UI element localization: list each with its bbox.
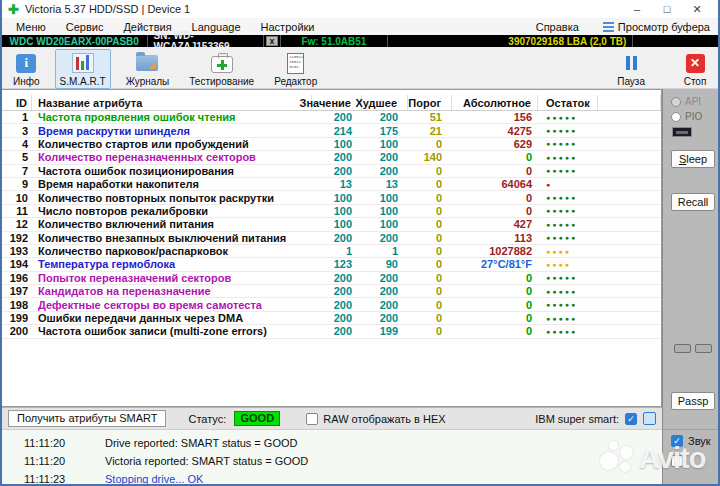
header-worst: Худшее [362,95,408,110]
table-row[interactable]: 1Частота проявления ошибок чтения2002005… [2,111,661,124]
pio-radio-circle[interactable] [671,112,681,122]
table-row[interactable]: 194Температура гермоблока12390027°C/81°F… [2,258,661,271]
ibm-extra-toggle[interactable] [643,412,656,425]
table-row[interactable]: 200Частота ошибок записи (multi-zone err… [2,325,661,338]
device-serial: SN: WD-WCAZAJ153369 [148,35,264,47]
table-row[interactable]: 198Дефектные секторы во время самотеста2… [2,298,661,311]
test-button[interactable]: Тестирование [184,49,259,89]
minimize-button[interactable]: – [622,3,652,16]
title-bar: ✚ Victoria 5.37 HDD/SSD | Device 1 – □ ✕ [2,0,718,18]
buffer-view-label: Просмотр буфера [618,21,710,33]
smart-bars-icon [72,53,94,73]
device-close-button[interactable]: x [266,36,278,46]
device-firmware: Fw: 51.0AB51 [281,35,387,47]
device-model[interactable]: WDC WD20EARX-00PASB0 [2,35,148,47]
header-value: Значение [312,95,362,110]
smart-table: ID Название атрибута Значение Худшее Пор… [2,89,662,407]
header-absolute: Абсолютное [452,95,538,110]
table-row[interactable]: 11Число повторов рекалибровки10010000●●●… [2,205,661,218]
pio-radio[interactable]: PIO [671,111,702,122]
table-row[interactable]: 10Количество повторных попыток раскрутки… [2,191,661,204]
app-plus-icon: ✚ [8,3,19,16]
table-row[interactable]: 193Количество парковок/распарковок110102… [2,245,661,258]
pause-button[interactable]: Пауза [612,49,650,89]
header-name: Название атрибута [32,95,312,110]
stop-button[interactable]: ✕ Стоп [678,49,712,89]
sleep-button[interactable]: Sleep [671,150,715,168]
table-row[interactable]: 4Количество стартов или пробуждений10010… [2,138,661,151]
get-smart-button[interactable]: Получить атрибуты SMART [8,410,166,427]
table-row[interactable]: 12Количество включений питания1001000427… [2,218,661,231]
menu-item-service[interactable]: Сервис [60,21,118,33]
victoria-window: ✚ Victoria 5.37 HDD/SSD | Device 1 – □ ✕… [0,0,720,486]
folder-icon [136,55,158,71]
device-bar: WDC WD20EARX-00PASB0 SN: WD-WCAZAJ153369… [2,35,718,47]
table-row[interactable]: 9Время наработки накопителя1313064064● [2,178,661,191]
status-badge: GOOD [234,411,280,426]
smart-table-header: ID Название атрибута Значение Худшее Пор… [2,95,661,111]
table-row[interactable]: 199Ошибки передачи данных через DMA20020… [2,312,661,325]
menu-item-help[interactable]: Справка [530,21,593,33]
ibm-super-smart-checkbox[interactable]: ✓ [625,413,637,425]
header-remain: Остаток [538,95,598,110]
status-label: Статус: [188,413,226,425]
stop-icon: ✕ [686,54,705,73]
table-row[interactable]: 7Частота ошибок позиционирования20020000… [2,165,661,178]
window-title: Victoria 5.37 HDD/SSD | Device 1 [25,3,190,15]
first-aid-icon [211,56,233,73]
info-icon: i [16,54,36,73]
api-radio[interactable]: API [671,96,701,107]
second-checkbox-box[interactable] [671,455,683,467]
rail-small-button-1[interactable] [674,344,691,353]
log-row: 11:11:20Drive reported: SMART status = G… [2,434,662,452]
api-radio-circle[interactable] [671,97,681,107]
log-row: 11:11:20Victoria reported: SMART status … [2,452,662,470]
log-panel: 11:11:20Drive reported: SMART status = G… [2,429,662,484]
sound-label: Звук [688,435,711,447]
status-bar: Получить атрибуты SMART Статус: GOOD RAW… [2,407,662,429]
rail-small-button-2[interactable] [695,344,712,353]
pause-icon [626,56,637,70]
raw-hex-checkbox[interactable]: RAW отображать в HEX [306,413,445,425]
header-threshold: Порог [408,95,452,110]
sound-checkbox[interactable]: ✓ Звук [671,435,711,447]
header-id: ID [2,95,32,110]
second-checkbox[interactable] [671,455,711,467]
editor-button[interactable]: 110011 10011 0101 Редактор [269,49,322,89]
passp-button[interactable]: Passp [671,392,715,410]
maximize-button[interactable]: □ [652,3,682,16]
menu-item-settings[interactable]: Настройки [255,21,329,33]
raw-hex-label: RAW отображать в HEX [323,413,445,425]
buffer-view-button[interactable]: Просмотр буфера [593,21,710,33]
table-row[interactable]: 197Кандидатов на переназначение20020000●… [2,285,661,298]
menu-item-menu[interactable]: Меню [10,21,60,33]
activity-led [672,127,692,137]
menu-bar: Меню Сервис Действия Language Настройки … [2,18,718,35]
smart-button[interactable]: S.M.A.R.T [55,49,111,89]
right-rail: API PIO Sleep Recall Passp ✓ Звук [662,89,718,484]
close-button[interactable]: ✕ [682,3,712,16]
table-row[interactable]: 192Количество внезапных выключений питан… [2,232,661,245]
raw-hex-checkbox-box[interactable] [306,413,318,425]
list-icon [603,22,614,32]
device-capacity: 3907029168 LBA (2,0 TB) [400,35,634,47]
smart-table-body: 1Частота проявления ошибок чтения2002005… [2,111,661,339]
table-row[interactable]: 3Время раскрутки шпинделя214175214275●●●… [2,124,661,137]
sound-checkbox-box[interactable]: ✓ [671,435,683,447]
info-button[interactable]: i Инфо [8,49,45,89]
hex-editor-icon: 110011 10011 0101 [287,53,304,74]
log-entries: 11:11:20Drive reported: SMART status = G… [2,434,662,484]
table-row[interactable]: 5Количество переназначенных секторов2002… [2,151,661,164]
recall-button[interactable]: Recall [671,193,715,211]
log-row: 11:11:23Stopping drive... OK [2,470,662,484]
ibm-super-smart-label: IBM super smart: [535,413,619,425]
logs-button[interactable]: Журналы [121,49,175,89]
table-row[interactable]: 196Попыток переназначений секторов200200… [2,272,661,285]
toolbar: i Инфо S.M.A.R.T Журналы Тестирование 11… [2,47,718,89]
